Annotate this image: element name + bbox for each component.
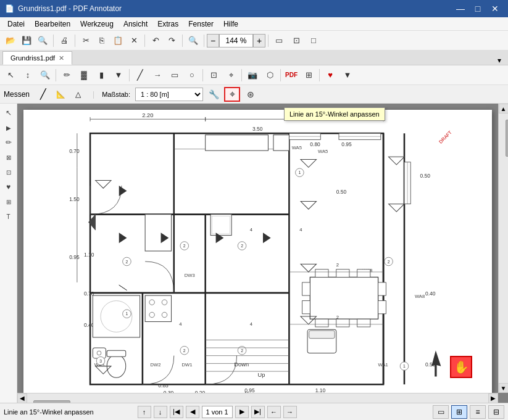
pdf-tab[interactable]: Grundriss1.pdf ✕	[2, 51, 72, 65]
magnet-btn[interactable]: ⊛	[243, 87, 259, 102]
save-button[interactable]: 💾	[19, 33, 35, 48]
sidebar-btn1[interactable]: ▶	[2, 121, 15, 134]
svg-text:3.50: 3.50	[252, 126, 263, 132]
horizontal-scrollbar[interactable]: ◀ ▶	[17, 393, 498, 403]
search-button[interactable]: 🔍	[185, 33, 201, 48]
hand-tool[interactable]: ↕	[20, 68, 36, 83]
minimize-button[interactable]: —	[452, 2, 468, 15]
open-button[interactable]: 📂	[2, 33, 19, 48]
nav-back-btn[interactable]: ←	[267, 406, 281, 418]
draw-dropdown[interactable]: ▼	[110, 68, 127, 83]
insert-tool[interactable]: ⊞	[301, 68, 317, 83]
svg-rect-71	[336, 270, 349, 278]
page-input[interactable]	[202, 406, 233, 418]
heart-dropdown[interactable]: ▼	[339, 68, 356, 83]
paste-button[interactable]: 📋	[110, 33, 126, 48]
view-grid-btn[interactable]: ⊞	[451, 405, 467, 419]
select-tool[interactable]: ↖	[2, 68, 19, 83]
nav-first-btn[interactable]: |◀	[170, 406, 183, 418]
settings-btn[interactable]: 🔧	[206, 87, 222, 102]
nav-upload-btn[interactable]: ↑	[138, 406, 151, 418]
ellipse-tool[interactable]: ○	[184, 68, 200, 83]
pen-tool[interactable]: ✏	[59, 68, 75, 83]
magnify-tool[interactable]: 🔍	[37, 68, 53, 83]
copy-button[interactable]: ⎘	[94, 33, 110, 48]
close-button[interactable]: ✕	[487, 2, 503, 15]
delete-button[interactable]: ✕	[126, 33, 142, 48]
redo-button[interactable]: ↷	[164, 33, 180, 48]
zoom-input[interactable]: 144 %	[219, 34, 253, 47]
cut-button[interactable]: ✂	[78, 33, 94, 48]
eraser-tool[interactable]: ⊡	[206, 68, 222, 83]
marker-tool[interactable]: ▮	[93, 68, 109, 83]
line-tool[interactable]: ╱	[132, 68, 148, 83]
highlighter-tool[interactable]: ▓	[76, 68, 92, 83]
svg-text:2: 2	[336, 262, 339, 268]
scroll-up-btn[interactable]: ▲	[499, 104, 509, 113]
view-btn1[interactable]: ▭	[271, 33, 287, 48]
vertical-scrollbar[interactable]: ▲ ▼	[498, 104, 508, 393]
sidebar-btn7[interactable]: T	[2, 210, 15, 223]
svg-text:1: 1	[298, 170, 301, 175]
measure-line-btn[interactable]: ╱	[36, 87, 51, 102]
stamp-tool[interactable]: ⬡	[262, 68, 278, 83]
scroll-down-btn[interactable]: ▼	[499, 383, 509, 393]
v-scroll-thumb[interactable]	[506, 120, 509, 157]
scroll-right-btn[interactable]: ▶	[488, 393, 498, 403]
nav-download-btn[interactable]: ↓	[154, 406, 167, 418]
undo-button[interactable]: ↶	[148, 33, 164, 48]
view-thumb-btn[interactable]: ⊟	[488, 405, 504, 419]
menu-werkzeug[interactable]: Werkzeug	[75, 17, 119, 30]
svg-rect-77	[302, 301, 310, 314]
scroll-left-btn[interactable]: ◀	[17, 393, 27, 403]
nav-last-btn[interactable]: ▶|	[251, 406, 265, 418]
zoom-minus-button[interactable]: −	[207, 34, 219, 47]
menu-bearbeiten[interactable]: Bearbeiten	[30, 17, 75, 30]
nav-prev-btn[interactable]: ◀	[186, 406, 199, 418]
heart-tool[interactable]: ♥	[322, 68, 338, 83]
tab-close-button[interactable]: ✕	[59, 54, 64, 62]
title-bar-controls: — □ ✕	[452, 2, 503, 15]
nav-next-btn[interactable]: ▶	[235, 406, 249, 418]
sidebar-btn4[interactable]: ⊡	[2, 165, 15, 179]
sep-a6	[319, 69, 320, 81]
rect-tool[interactable]: ▭	[167, 68, 183, 83]
sidebar-btn6[interactable]: ⊞	[2, 195, 15, 208]
app-title: Grundriss1.pdf - PDF Annotator	[18, 4, 122, 13]
h-scroll-thumb[interactable]	[33, 400, 70, 403]
red-hand-annotation[interactable]: ✋	[450, 356, 472, 378]
menu-ansicht[interactable]: Ansicht	[119, 17, 152, 30]
nav-forward-btn[interactable]: →	[283, 406, 297, 418]
svg-text:WA1: WA1	[378, 362, 388, 368]
menu-datei[interactable]: Datei	[2, 17, 30, 30]
menu-extras[interactable]: Extras	[152, 17, 183, 30]
zoom-plus-button[interactable]: +	[253, 34, 265, 47]
measure-angle-btn[interactable]: 📐	[53, 87, 68, 102]
print-button[interactable]: 🖨	[56, 33, 72, 48]
browse-button[interactable]: 🔍	[35, 33, 51, 48]
menu-hilfe[interactable]: Hilfe	[219, 17, 243, 30]
canvas-area[interactable]: 2.20 3.50 3.50 0.70 1.50 0.95	[17, 104, 508, 403]
maximize-button[interactable]: □	[470, 2, 486, 15]
snap-angle-btn[interactable]: ⌖	[224, 87, 240, 102]
lasso-tool[interactable]: ⌖	[223, 68, 239, 83]
pdf-page: 2.20 3.50 3.50 0.70 1.50 0.95	[23, 110, 492, 403]
view-list-btn[interactable]: ≡	[470, 405, 486, 419]
sidebar-btn3[interactable]: ⊠	[2, 150, 15, 164]
svg-text:Down: Down	[234, 361, 249, 368]
sidebar-btn2[interactable]: ✏	[2, 136, 15, 149]
view-btn3[interactable]: □	[306, 33, 322, 48]
measure-area-btn[interactable]: △	[70, 87, 85, 102]
view-single-btn[interactable]: ▭	[433, 405, 449, 419]
tab-label: Grundriss1.pdf	[10, 54, 55, 62]
camera-tool[interactable]: 📷	[244, 68, 260, 83]
view-btn2[interactable]: ⊡	[288, 33, 304, 48]
arrow-tool[interactable]: →	[149, 68, 165, 83]
menu-fenster[interactable]: Fenster	[183, 17, 219, 30]
sidebar-btn5[interactable]: ♥	[2, 180, 15, 194]
sep3	[144, 35, 145, 47]
scale-select[interactable]: 1 : 80 [m]	[135, 88, 203, 101]
sidebar-select[interactable]: ↖	[2, 106, 15, 120]
pdf-tool[interactable]: PDF	[283, 68, 299, 83]
tab-dropdown[interactable]: ▾	[493, 56, 506, 65]
